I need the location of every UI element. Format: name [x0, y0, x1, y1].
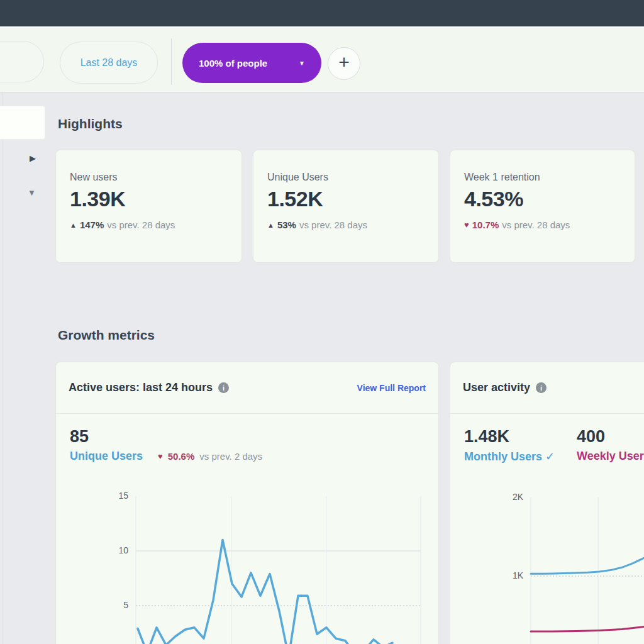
delta-value: 147%	[80, 219, 104, 230]
monthly-users-stat: 1.48K Monthly Users✓	[464, 427, 577, 464]
metric-delta: ▲ 147% vs prev. 28 days	[70, 219, 228, 230]
sidebar-edge-divider	[2, 92, 3, 644]
filters-toolbar: Last 28 days 100% of people ▼ +	[0, 26, 644, 92]
y-tick-label: 1K	[497, 570, 523, 580]
card-title: Active users: last 24 hours	[69, 381, 213, 394]
active-users-value: 85	[70, 427, 438, 447]
date-range-label: Last 28 days	[80, 57, 138, 69]
chevron-down-icon: ▼	[299, 60, 305, 67]
y-tick-label: 2K	[497, 492, 523, 502]
metric-delta: ▲ 53% vs prev. 28 days	[267, 219, 425, 230]
info-icon[interactable]: i	[536, 382, 547, 393]
stat-value: 1.48K	[464, 427, 577, 447]
info-icon[interactable]: i	[218, 382, 229, 393]
trend-down-icon: ♥	[158, 452, 163, 461]
highlights-section-title: Highlights	[58, 116, 123, 131]
metric-value: 4.53%	[464, 187, 621, 211]
user-activity-card: User activity i 1.48K Monthly Users✓ 400…	[450, 362, 644, 644]
delta-compare: vs prev. 28 days	[299, 219, 367, 230]
delta-value: 50.6%	[168, 451, 195, 462]
audience-filter-label: 100% of people	[199, 58, 267, 69]
card-header: User activity i	[450, 362, 644, 414]
audience-filter-button[interactable]: 100% of people ▼	[182, 43, 321, 83]
stat-label-text: Monthly Users	[464, 450, 542, 463]
metric-value: 1.52K	[267, 187, 425, 211]
highlight-card-new-users: New users 1.39K ▲ 147% vs prev. 28 days	[55, 150, 242, 263]
metric-delta: ♥ 10.7% vs prev. 28 days	[464, 219, 621, 230]
expand-down-icon[interactable]: ▼	[28, 188, 36, 197]
y-tick-label: 15	[102, 491, 128, 501]
delta-value: 53%	[277, 219, 296, 230]
metric-label: New users	[70, 172, 228, 183]
expand-right-icon[interactable]: ▶	[30, 153, 36, 163]
delta-compare: vs prev. 28 days	[502, 219, 570, 230]
metric-label: Unique Users	[267, 172, 425, 183]
user-activity-stats: 1.48K Monthly Users✓ 400 Weekly Users	[464, 427, 644, 464]
delta-compare: vs prev. 28 days	[107, 219, 175, 230]
growth-section-title: Growth metrics	[58, 328, 155, 343]
weekly-users-stat: 400 Weekly Users	[577, 427, 644, 464]
metric-value: 1.39K	[70, 187, 228, 211]
highlight-card-week1-retention: Week 1 retention 4.53% ♥ 10.7% vs prev. …	[450, 150, 635, 263]
filter-pill-partial[interactable]	[0, 41, 44, 82]
window-chrome-bar	[0, 0, 644, 26]
y-tick-label: 5	[102, 600, 128, 610]
check-icon: ✓	[545, 450, 555, 463]
add-filter-button[interactable]: +	[328, 47, 360, 80]
date-range-button[interactable]: Last 28 days	[60, 42, 158, 84]
plus-icon: +	[338, 52, 350, 73]
active-users-stat-row: Unique Users ♥ 50.6% vs prev. 2 days	[70, 450, 438, 463]
stat-label-text: Weekly Users	[577, 450, 644, 462]
metric-label: Week 1 retention	[464, 172, 621, 183]
metric-series-label: Unique Users	[70, 450, 143, 463]
trend-down-icon: ♥	[464, 220, 469, 230]
trend-up-icon: ▲	[70, 221, 77, 229]
analytics-dashboard: Last 28 days 100% of people ▼ + ▶ ▼ High…	[0, 0, 644, 644]
toolbar-divider	[171, 38, 172, 85]
delta-value: 10.7%	[472, 219, 499, 230]
view-full-report-link[interactable]: View Full Report	[357, 383, 426, 393]
active-users-card: Active users: last 24 hours i View Full …	[55, 362, 439, 644]
trend-up-icon: ▲	[267, 221, 274, 229]
delta-compare: vs prev. 2 days	[199, 451, 262, 462]
stat-label[interactable]: Weekly Users	[577, 450, 644, 463]
sidebar-selected-item[interactable]	[0, 106, 45, 140]
stat-value: 400	[577, 427, 644, 447]
y-tick-label: 10	[102, 545, 128, 555]
card-title: User activity	[463, 381, 530, 394]
highlight-card-unique-users: Unique Users 1.52K ▲ 53% vs prev. 28 day…	[253, 150, 439, 263]
card-header: Active users: last 24 hours i View Full …	[56, 362, 438, 414]
stat-label[interactable]: Monthly Users✓	[464, 450, 577, 464]
